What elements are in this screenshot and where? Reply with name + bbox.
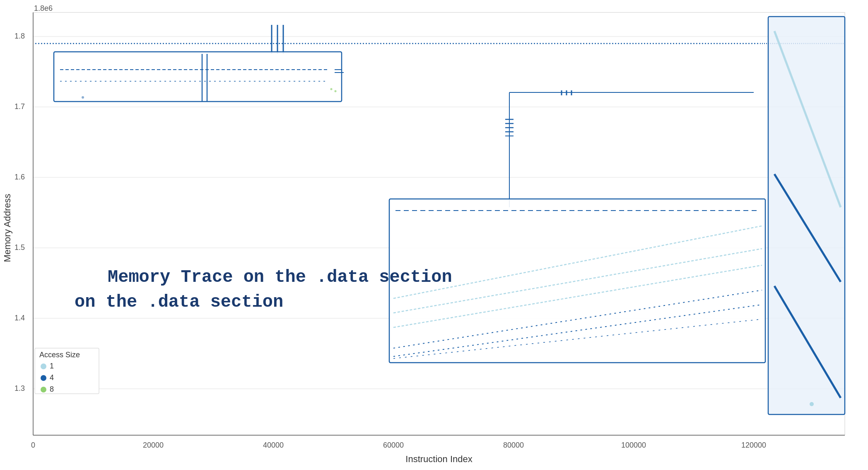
legend-title: Access Size [39, 351, 80, 359]
y-tick-15: 1.5 [14, 243, 25, 252]
svg-point-47 [41, 363, 46, 369]
svg-rect-41 [768, 17, 845, 414]
y-tick-18: 1.8 [14, 32, 25, 40]
x-tick-100000: 100000 [621, 441, 646, 449]
x-tick-80000: 80000 [503, 441, 524, 449]
svg-rect-12 [54, 52, 342, 102]
svg-point-48 [41, 375, 46, 381]
x-tick-120000: 120000 [741, 441, 766, 449]
svg-point-45 [810, 402, 814, 406]
legend-item-8: 8 [50, 385, 54, 393]
legend-item-1: 1 [50, 362, 54, 370]
y-tick-14: 1.4 [14, 314, 25, 322]
x-axis-label: Instruction Index [405, 454, 472, 464]
chart-container: 1.8e6 1.8 1.7 1.6 1.5 1.4 1.3 Memory Add… [0, 0, 868, 470]
annotation-line1: Memory Trace on the .data section [108, 267, 452, 287]
y-axis-label: Memory Address [2, 194, 12, 262]
y-tick-13: 1.3 [14, 384, 25, 392]
svg-point-17 [335, 90, 337, 92]
x-tick-60000: 60000 [383, 441, 404, 449]
svg-point-49 [41, 387, 46, 392]
svg-point-16 [330, 88, 333, 90]
x-tick-40000: 40000 [263, 441, 284, 449]
y-axis-top-label: 1.8e6 [34, 4, 53, 12]
svg-point-15 [82, 96, 84, 99]
y-tick-17: 1.7 [14, 102, 25, 111]
x-tick-20000: 20000 [143, 441, 164, 449]
legend-item-4: 4 [50, 373, 54, 382]
annotation-line2: on the .data section [75, 292, 283, 312]
y-tick-16: 1.6 [14, 173, 25, 181]
x-tick-0: 0 [31, 441, 35, 449]
